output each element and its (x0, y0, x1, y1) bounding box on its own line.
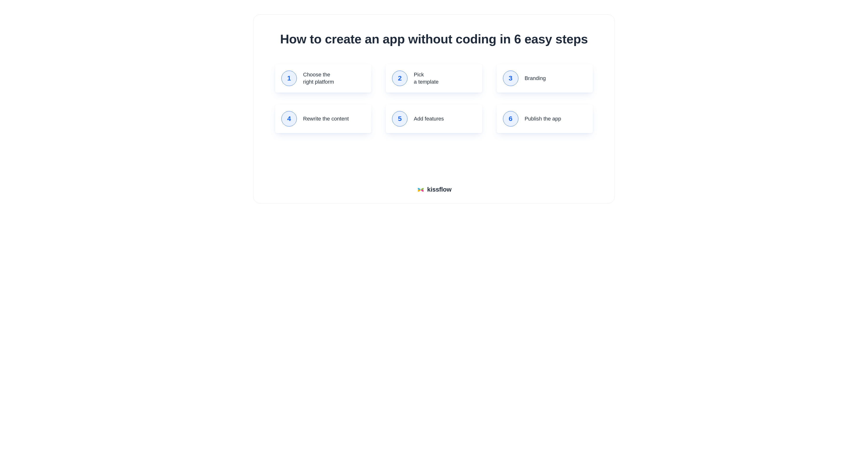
step-card-6: 6 Publish the app (497, 105, 593, 133)
step-number-badge: 6 (503, 111, 518, 127)
step-label: Add features (414, 115, 444, 122)
step-card-3: 3 Branding (497, 64, 593, 93)
step-label: Choose the right platform (303, 71, 334, 85)
step-number-badge: 3 (503, 71, 518, 86)
step-number-badge: 2 (392, 71, 407, 86)
step-number-badge: 5 (392, 111, 407, 127)
kissflow-logo-icon (416, 185, 425, 194)
step-label: Pick a template (414, 71, 439, 85)
step-label: Publish the app (525, 115, 561, 122)
steps-grid: 1 Choose the right platform 2 Pick a tem… (275, 64, 593, 133)
brand-footer: kissflow (416, 178, 452, 194)
step-number-badge: 4 (281, 111, 297, 127)
step-card-2: 2 Pick a template (386, 64, 482, 93)
step-label: Rewrite the content (303, 115, 349, 122)
page-title: How to create an app without coding in 6… (280, 31, 588, 47)
infographic-frame: How to create an app without coding in 6… (253, 14, 615, 203)
step-card-5: 5 Add features (386, 105, 482, 133)
brand-name: kissflow (427, 186, 452, 193)
step-card-1: 1 Choose the right platform (275, 64, 371, 93)
step-card-4: 4 Rewrite the content (275, 105, 371, 133)
step-number-badge: 1 (281, 71, 297, 86)
step-label: Branding (525, 75, 546, 82)
